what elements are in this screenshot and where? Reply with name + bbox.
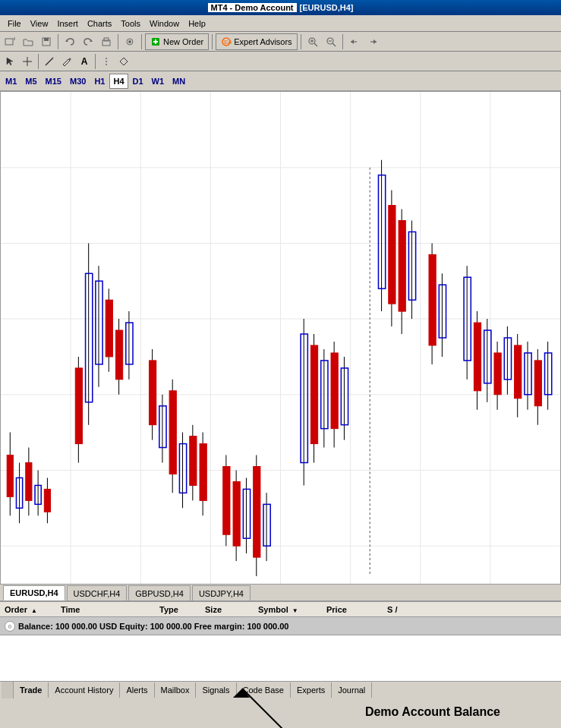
zoom-out-icon <box>326 36 336 47</box>
tb-open-btn[interactable] <box>20 33 36 50</box>
new-order-button[interactable]: New Order <box>145 33 209 50</box>
terminal-tab-trade[interactable]: Trade <box>14 682 49 698</box>
balance-row: ○ Balance: 100 000.00 USD Equity: 100 00… <box>0 617 561 635</box>
tf-d1[interactable]: D1 <box>129 74 147 89</box>
svg-rect-49 <box>7 455 13 497</box>
chart-tab-usdjpy[interactable]: USDJPY,H4 <box>192 585 251 600</box>
svg-rect-0 <box>5 39 13 45</box>
menu-tools[interactable]: Tools <box>116 17 145 30</box>
tf-h1[interactable]: H1 <box>90 74 109 89</box>
tf-m1[interactable]: M1 <box>2 74 20 89</box>
menu-charts[interactable]: Charts <box>83 17 116 30</box>
tb-redo-btn[interactable] <box>80 33 96 50</box>
svg-marker-26 <box>7 58 13 65</box>
svg-rect-71 <box>150 361 156 425</box>
terminal-tab-journal[interactable]: Journal <box>332 682 372 698</box>
svg-rect-118 <box>474 323 481 391</box>
chart-tab-gbpusd[interactable]: GBPUSD,H4 <box>128 585 191 600</box>
terminal-tabs: Trade Account History Alerts Mailbox Sig… <box>0 681 561 698</box>
tb-save-btn[interactable] <box>38 33 55 50</box>
print-icon <box>101 36 112 47</box>
svg-rect-95 <box>310 345 317 444</box>
candlestick-chart[interactable] <box>1 92 560 584</box>
tb-new-chart-btn[interactable] <box>2 33 18 50</box>
terminal-tab-experts[interactable]: Experts <box>291 682 332 698</box>
terminal-tab-account-history[interactable]: Account History <box>49 682 120 698</box>
expert-advisors-button[interactable]: EA Expert Advisors <box>216 33 297 50</box>
crosshair-icon <box>22 56 33 67</box>
toolbar-separator-4 <box>212 34 213 49</box>
svg-rect-106 <box>389 206 396 304</box>
properties-icon <box>124 36 135 47</box>
chart-area[interactable]: Demo Account <box>0 91 561 585</box>
chart-tab-usdchf[interactable]: USDCHF,H4 <box>67 585 128 600</box>
tf-mn[interactable]: MN <box>169 74 189 89</box>
svg-marker-31 <box>120 58 128 65</box>
svg-rect-122 <box>494 353 501 395</box>
terminal-panel: Order ▲ Time Type Size Symbol ▼ Price S … <box>0 601 561 681</box>
chart-tabs: EURUSD,H4 USDCHF,H4 GBPUSD,H4 USDJPY,H4 <box>0 585 561 601</box>
col-size: Size <box>205 605 258 614</box>
col-order: Order ▲ <box>0 605 61 614</box>
menu-file[interactable]: File <box>3 17 26 30</box>
cursor-icon <box>5 56 15 67</box>
period-sep-icon <box>101 56 112 67</box>
new-order-icon <box>150 36 161 47</box>
title-bar: MT4 - Demo Account [EURUSD,H4] <box>0 0 561 15</box>
menu-help[interactable]: Help <box>184 17 210 30</box>
svg-rect-83 <box>223 466 230 534</box>
svg-rect-79 <box>190 436 197 486</box>
folder-icon <box>23 36 33 47</box>
tf-m5[interactable]: M5 <box>21 74 40 89</box>
col-symbol: Symbol ▼ <box>258 605 326 614</box>
balance-icon: ○ <box>5 621 15 632</box>
tb-properties-btn[interactable] <box>121 33 138 50</box>
toolbar-separator-3 <box>141 34 142 49</box>
scroll-left-icon <box>349 36 360 47</box>
menu-window[interactable]: Window <box>145 17 184 30</box>
balance-text: Balance: 100 000.00 USD Equity: 100 000.… <box>18 622 288 631</box>
tb-scroll-left-btn[interactable] <box>346 33 363 50</box>
tf-w1[interactable]: W1 <box>148 74 169 89</box>
menu-insert[interactable]: Insert <box>52 17 83 30</box>
save-icon <box>41 36 52 47</box>
terminal-sidebar <box>2 682 14 698</box>
tb-cursor-btn[interactable] <box>2 53 18 70</box>
tf-m15[interactable]: M15 <box>42 74 65 89</box>
svg-rect-75 <box>169 391 176 474</box>
tb-zoom-out-btn[interactable] <box>323 33 339 50</box>
tb-expand-btn[interactable] <box>115 53 132 70</box>
terminal-tab-alerts[interactable]: Alerts <box>120 682 154 698</box>
menu-bar: File View Insert Charts Tools Window Hel… <box>0 15 561 32</box>
svg-line-29 <box>46 58 53 65</box>
tb-crosshair-btn[interactable] <box>19 53 36 70</box>
title-rest: [EURUSD,H4] <box>300 3 354 12</box>
pencil-icon <box>61 56 72 67</box>
tf-h4[interactable]: H4 <box>109 74 128 89</box>
tb-print-btn[interactable] <box>98 33 115 50</box>
col-type: Type <box>159 605 205 614</box>
terminal-tab-signals[interactable]: Signals <box>196 682 236 698</box>
tb-undo-btn[interactable] <box>61 33 78 50</box>
tb-scroll-right-btn[interactable] <box>364 33 381 50</box>
tb-pencil-btn[interactable] <box>58 53 75 70</box>
menu-view[interactable]: View <box>26 17 53 30</box>
chart-tab-eurusd[interactable]: EURUSD,H4 <box>3 585 65 600</box>
tb-zoom-in-btn[interactable] <box>304 33 321 50</box>
tb-period-sep-btn[interactable] <box>98 53 115 70</box>
undo-icon <box>65 36 75 47</box>
svg-rect-59 <box>75 368 82 444</box>
toolbar1: New Order EA Expert Advisors <box>0 32 561 52</box>
tf-m30[interactable]: M30 <box>66 74 90 89</box>
svg-rect-57 <box>44 489 50 512</box>
terminal-tab-mailbox[interactable]: Mailbox <box>155 682 197 698</box>
timeframe-toolbar: M1 M5 M15 M30 H1 H4 D1 W1 MN <box>0 71 561 91</box>
tb-text-btn[interactable]: A <box>76 53 93 70</box>
tb-line-btn[interactable] <box>41 53 58 70</box>
toolbar-separator-2 <box>118 34 118 49</box>
terminal-tab-codebase[interactable]: Code Base <box>237 682 291 698</box>
svg-rect-130 <box>534 361 541 406</box>
expert-advisor-icon: EA <box>221 36 232 47</box>
drawing-separator-1 <box>38 54 39 69</box>
svg-rect-65 <box>106 300 112 357</box>
